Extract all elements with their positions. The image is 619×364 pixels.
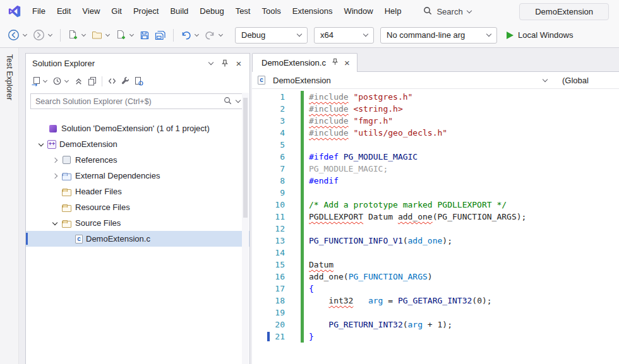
navigate-backward-button[interactable] bbox=[5, 27, 22, 44]
close-icon[interactable]: × bbox=[232, 56, 246, 70]
code-line-17[interactable]: 17{ bbox=[252, 283, 619, 295]
save-button[interactable] bbox=[137, 27, 152, 44]
solution-platforms-dropdown[interactable]: x64 bbox=[314, 27, 374, 44]
code-line-9[interactable]: 9 bbox=[252, 187, 619, 199]
code-line-15[interactable]: 15Datum bbox=[252, 259, 619, 271]
menu-project[interactable]: Project bbox=[128, 0, 164, 23]
code-text[interactable] bbox=[304, 247, 309, 259]
code-text[interactable]: PG_MODULE_MAGIC; bbox=[304, 163, 388, 175]
line-number[interactable]: 18 bbox=[252, 295, 285, 307]
show-all-files-icon[interactable] bbox=[105, 74, 119, 88]
code-text[interactable]: #endif bbox=[304, 175, 339, 187]
chevron-down-icon[interactable] bbox=[219, 32, 223, 37]
scope-dropdown[interactable]: (Global bbox=[553, 76, 619, 85]
code-line-6[interactable]: 6#ifdef PG_MODULE_MAGIC bbox=[252, 151, 619, 163]
code-text[interactable]: PGDLLEXPORT Datum add_one(PG_FUNCTION_AR… bbox=[304, 211, 526, 223]
code-text[interactable]: PG_FUNCTION_INFO_V1(add_one); bbox=[304, 235, 452, 247]
chevron-down-icon[interactable] bbox=[236, 98, 241, 103]
solution-configurations-dropdown[interactable]: Debug bbox=[235, 27, 308, 44]
code-text[interactable] bbox=[304, 307, 309, 319]
chevron-down-icon[interactable] bbox=[64, 78, 69, 83]
code-line-11[interactable]: 11PGDLLEXPORT Datum add_one(PG_FUNCTION_… bbox=[252, 211, 619, 223]
code-text[interactable]: add_one(PG_FUNCTION_ARGS) bbox=[304, 271, 433, 283]
solution-switch-icon[interactable] bbox=[29, 74, 42, 88]
code-text[interactable]: /* Add a prototype marked PGDLLEXPORT */ bbox=[304, 199, 507, 211]
code-text[interactable]: } bbox=[304, 331, 314, 343]
search-control[interactable]: Search bbox=[423, 6, 471, 17]
code-line-14[interactable]: 14 bbox=[252, 247, 619, 259]
code-line-2[interactable]: 2#include <string.h> bbox=[252, 103, 619, 115]
navigate-forward-button[interactable] bbox=[30, 27, 47, 44]
chevron-down-icon[interactable] bbox=[195, 32, 199, 37]
line-number[interactable]: 5 bbox=[252, 139, 285, 151]
start-debugging-button[interactable]: Local Windows bbox=[507, 30, 573, 40]
solution-search-input[interactable]: Search Solution Explorer (Ctrl+$) bbox=[30, 93, 245, 109]
code-line-7[interactable]: 7PG_MODULE_MAGIC; bbox=[252, 163, 619, 175]
open-file-button[interactable] bbox=[89, 27, 105, 44]
tree-item-source-files[interactable]: Source Files bbox=[26, 215, 249, 231]
line-number[interactable]: 6 bbox=[252, 151, 285, 163]
tree-item-header-files[interactable]: Header Files bbox=[26, 184, 249, 199]
new-project-button[interactable] bbox=[65, 27, 81, 44]
code-text[interactable] bbox=[304, 139, 309, 151]
code-line-4[interactable]: 4#include "utils/geo_decls.h" bbox=[252, 127, 619, 139]
line-number[interactable]: 3 bbox=[252, 115, 285, 127]
line-number[interactable]: 16 bbox=[252, 271, 285, 283]
tree-item-external-dependencies[interactable]: External Dependencies bbox=[26, 168, 249, 184]
line-number[interactable]: 4 bbox=[252, 127, 285, 139]
code-text[interactable]: #include "postgres.h" bbox=[304, 91, 412, 103]
code-text[interactable]: #include "utils/geo_decls.h" bbox=[304, 127, 447, 139]
code-line-10[interactable]: 10/* Add a prototype marked PGDLLEXPORT … bbox=[252, 199, 619, 211]
test-explorer-tab[interactable]: Test Explorer bbox=[5, 54, 14, 100]
code-line-12[interactable]: 12 bbox=[252, 223, 619, 235]
line-number[interactable]: 11 bbox=[252, 211, 285, 223]
line-number[interactable]: 17 bbox=[252, 283, 285, 295]
code-editor[interactable]: 1#include "postgres.h"2#include <string.… bbox=[252, 89, 619, 364]
code-text[interactable]: PG_RETURN_INT32(arg + 1); bbox=[304, 319, 452, 331]
code-text[interactable]: #include "fmgr.h" bbox=[304, 115, 393, 127]
undo-button[interactable] bbox=[178, 27, 194, 44]
chevron-down-icon[interactable] bbox=[129, 32, 134, 37]
chevron-down-icon[interactable] bbox=[52, 220, 57, 225]
tree-item-solution-demoextension-1-of-1-project[interactable]: Solution 'DemoExtension' (1 of 1 project… bbox=[26, 120, 249, 136]
search-icon[interactable] bbox=[224, 96, 232, 107]
menu-build[interactable]: Build bbox=[164, 0, 194, 23]
code-text[interactable]: #ifdef PG_MODULE_MAGIC bbox=[304, 151, 418, 163]
menu-test[interactable]: Test bbox=[230, 0, 256, 23]
code-line-21[interactable]: 21} bbox=[252, 331, 619, 343]
code-line-18[interactable]: 18 int32 arg = PG_GETARG_INT32(0); bbox=[252, 295, 619, 307]
code-line-8[interactable]: 8#endif bbox=[252, 175, 619, 187]
line-number[interactable]: 14 bbox=[252, 247, 285, 259]
visual-studio-logo-icon[interactable] bbox=[6, 4, 23, 19]
properties-wrench-icon[interactable] bbox=[119, 74, 132, 88]
tab-demoextension-c[interactable]: DemoExtension.c × bbox=[252, 53, 358, 73]
code-line-13[interactable]: 13PG_FUNCTION_INFO_V1(add_one); bbox=[252, 235, 619, 247]
sync-active-document-icon[interactable] bbox=[85, 74, 99, 88]
line-number[interactable]: 20 bbox=[252, 319, 285, 331]
chevron-right-icon[interactable] bbox=[52, 157, 57, 162]
line-number[interactable]: 13 bbox=[252, 235, 285, 247]
redo-button[interactable] bbox=[202, 27, 218, 44]
line-number[interactable]: 1 bbox=[252, 91, 285, 103]
add-item-button[interactable] bbox=[113, 27, 129, 44]
code-line-3[interactable]: 3#include "fmgr.h" bbox=[252, 115, 619, 127]
pin-icon[interactable] bbox=[218, 56, 232, 70]
line-number[interactable]: 8 bbox=[252, 175, 285, 187]
menu-extensions[interactable]: Extensions bbox=[287, 0, 339, 23]
chevron-down-icon[interactable] bbox=[39, 141, 44, 146]
solution-name-badge[interactable]: DemoExtension bbox=[519, 3, 609, 20]
save-all-button[interactable] bbox=[152, 27, 169, 44]
code-line-19[interactable]: 19 bbox=[252, 307, 619, 319]
menu-tools[interactable]: Tools bbox=[256, 0, 286, 23]
code-text[interactable]: #include <string.h> bbox=[304, 103, 403, 115]
code-text[interactable] bbox=[304, 223, 309, 235]
preview-selected-items-icon[interactable] bbox=[132, 74, 145, 88]
chevron-down-icon[interactable] bbox=[105, 32, 110, 37]
line-number[interactable]: 2 bbox=[252, 103, 285, 115]
panel-options-chevron-icon[interactable] bbox=[204, 56, 218, 70]
line-number[interactable]: 7 bbox=[252, 163, 285, 175]
code-text[interactable]: int32 arg = PG_GETARG_INT32(0); bbox=[304, 295, 492, 307]
code-line-5[interactable]: 5 bbox=[252, 139, 619, 151]
menu-view[interactable]: View bbox=[76, 0, 105, 23]
line-number[interactable]: 10 bbox=[252, 199, 285, 211]
